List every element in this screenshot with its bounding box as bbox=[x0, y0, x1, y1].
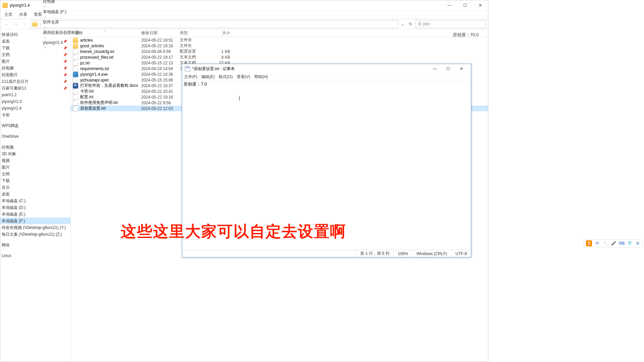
sidebar-item[interactable]: 本地磁盘 (E:) bbox=[0, 211, 70, 218]
file-name: 原创度设置.txt bbox=[80, 106, 106, 111]
chevron-right-icon: › bbox=[43, 15, 47, 19]
ime-settings-icon[interactable]: ⚙ bbox=[635, 241, 640, 246]
sidebar-item[interactable]: 卡密 bbox=[0, 112, 70, 118]
maximize-button[interactable]: ☐ bbox=[457, 0, 473, 10]
pin-icon: 📌 bbox=[63, 53, 67, 57]
sidebar-item[interactable]: 桌面 bbox=[0, 191, 70, 197]
ime-mic-icon[interactable]: 🎤 bbox=[611, 241, 616, 246]
status-encoding: UTF-8 bbox=[451, 250, 471, 257]
col-name[interactable]: 名称 bbox=[71, 30, 141, 36]
sidebar-item[interactable]: 图片 bbox=[0, 164, 70, 171]
breadcrumb-box[interactable]: › 此电脑›本地磁盘 (F:)›软件仓库›易用批量原创度检测›yiyongV1.… bbox=[31, 20, 398, 28]
file-icon bbox=[73, 100, 78, 106]
search-input[interactable]: 在 yiyo bbox=[416, 20, 486, 28]
sidebar-item[interactable]: 文档 bbox=[0, 171, 70, 177]
col-date[interactable]: 修改日期 bbox=[141, 30, 180, 36]
chevron-right-icon: › bbox=[38, 22, 42, 26]
breadcrumb-segment[interactable]: 本地磁盘 (F:) bbox=[43, 9, 79, 15]
sidebar-item[interactable]: 本地磁盘 (F:) bbox=[0, 218, 70, 224]
col-size[interactable]: 大小 bbox=[213, 30, 233, 36]
menu-format[interactable]: 格式(O) bbox=[219, 74, 232, 80]
pin-icon: 📌 bbox=[63, 60, 67, 63]
tab-home[interactable]: 主页 bbox=[4, 12, 12, 17]
sidebar-item[interactable]: 音乐 bbox=[0, 184, 70, 191]
sidebar-item[interactable]: 下载📌 bbox=[0, 45, 70, 51]
sidebar-item[interactable]: yiyongV1.4 bbox=[0, 105, 70, 112]
chevron-right-icon: › bbox=[43, 4, 47, 9]
menu-file[interactable]: 文件(F) bbox=[184, 74, 197, 80]
breadcrumb-segment[interactable]: 软件仓库 bbox=[43, 19, 79, 25]
pin-icon: 📌 bbox=[63, 46, 67, 50]
minimize-button[interactable]: — bbox=[428, 64, 441, 73]
menu-help[interactable]: 帮助(H) bbox=[254, 74, 268, 80]
file-date: 2024-04-24 14:04 bbox=[141, 66, 180, 71]
pin-icon: 📌 bbox=[63, 40, 67, 43]
ime-lang[interactable]: 中 bbox=[595, 241, 600, 246]
file-name: yizhuanapi.spec bbox=[80, 78, 109, 82]
ime-punct-icon[interactable]: °, bbox=[603, 241, 608, 246]
close-button[interactable]: ✕ bbox=[473, 0, 488, 10]
col-type[interactable]: 类型 bbox=[180, 30, 213, 36]
maximize-button[interactable]: ☐ bbox=[441, 64, 455, 73]
sidebar-item[interactable]: 封面图片📌 bbox=[0, 71, 70, 78]
forward-button[interactable]: → bbox=[12, 20, 20, 28]
back-button[interactable]: ← bbox=[2, 20, 10, 28]
pin-icon: 📌 bbox=[63, 66, 67, 70]
folder-icon bbox=[73, 38, 78, 43]
sidebar-item[interactable]: 此电脑📌 bbox=[0, 65, 70, 71]
column-headers[interactable]: 名称 修改日期 类型 大小 bbox=[71, 29, 488, 37]
notepad-titlebar[interactable]: *原创度设置.txt - 记事本 — ☐ ✕ bbox=[182, 64, 471, 73]
sidebar-item[interactable]: poeV1.2 bbox=[0, 92, 70, 98]
file-name: good_articles bbox=[80, 44, 104, 48]
sidebar-item[interactable]: 待发布视频 (\\Desktop-g8urs21) (Y:) bbox=[0, 224, 70, 231]
notepad-content: 原创度：7.0 bbox=[183, 81, 207, 86]
sidebar-item[interactable]: yiyongV1.3 bbox=[0, 98, 70, 105]
menu-view[interactable]: 查看(V) bbox=[237, 74, 250, 80]
dropdown-icon[interactable]: ⌄ bbox=[399, 21, 406, 27]
sidebar-item[interactable]: 111成片总分片📌 bbox=[0, 78, 70, 85]
close-button[interactable]: ✕ bbox=[455, 64, 468, 73]
sidebar-item[interactable]: 下载 bbox=[0, 177, 70, 184]
status-zoom: 100% bbox=[393, 250, 412, 257]
file-row[interactable]: processed_files.txt2024-05-22 19:17文本文档8… bbox=[71, 54, 488, 60]
minimize-button[interactable]: — bbox=[442, 0, 457, 10]
up-button[interactable]: ↑ bbox=[21, 20, 29, 28]
sidebar-item[interactable]: 本地磁盘 (C:) bbox=[0, 197, 70, 204]
folder-icon bbox=[73, 43, 78, 49]
pin-icon: 📌 bbox=[63, 86, 67, 90]
ime-skin-icon[interactable]: 👕 bbox=[627, 241, 632, 246]
sidebar-item[interactable]: 视频 bbox=[0, 157, 70, 164]
file-date: 2024-05-22 19:51 bbox=[141, 38, 180, 43]
file-type: 文件夹 bbox=[180, 37, 213, 43]
sidebar-item[interactable]: 文档📌 bbox=[0, 51, 70, 58]
sogou-icon[interactable]: S bbox=[586, 240, 592, 246]
sidebar-item[interactable]: 网络 bbox=[0, 242, 70, 248]
menu-edit[interactable]: 编辑(E) bbox=[201, 74, 215, 80]
sidebar-item[interactable]: 此电脑 bbox=[0, 144, 70, 150]
sidebar-item[interactable]: 桌面📌 bbox=[0, 38, 70, 45]
sidebar-item[interactable]: WPS网盘 bbox=[0, 122, 70, 129]
file-row[interactable]: livenet_cloudcfg.ini2024-05-08 8:59配置设置1… bbox=[71, 49, 488, 54]
ime-toolbar[interactable]: S 中 °, 🎤 ⌨ 👕 ⚙ bbox=[584, 239, 643, 247]
exe-icon bbox=[73, 72, 78, 77]
tab-view[interactable]: 查看 bbox=[34, 12, 42, 17]
file-row[interactable]: good_articles2024-05-22 19:16文件夹 bbox=[71, 43, 488, 49]
sidebar-item[interactable]: 快速访问 bbox=[0, 31, 70, 38]
ime-keyboard-icon[interactable]: ⌨ bbox=[619, 241, 624, 246]
sidebar-item[interactable]: 百家号素材11📌 bbox=[0, 85, 70, 92]
tab-share[interactable]: 共享 bbox=[19, 12, 27, 17]
search-placeholder: 在 yiyo bbox=[418, 21, 430, 27]
sidebar-item[interactable]: 每日文案 (\\Desktop-g8urs21) (Z:) bbox=[0, 231, 70, 238]
file-name: 配置.ini bbox=[80, 94, 93, 100]
file-date: 2024-05-08 8:59 bbox=[141, 49, 180, 54]
sidebar-item[interactable]: OneDrive bbox=[0, 133, 70, 140]
file-row[interactable]: articles2024-05-22 19:51文件夹 bbox=[71, 37, 488, 43]
file-type: 文本文档 bbox=[180, 54, 213, 60]
file-name: articles bbox=[80, 38, 93, 43]
sidebar-item[interactable]: 本地磁盘 (D:) bbox=[0, 204, 70, 211]
sidebar-item[interactable]: 3D 对象 bbox=[0, 150, 70, 157]
sidebar-item[interactable]: Linux bbox=[0, 252, 70, 259]
breadcrumb-segment[interactable]: 此电脑 bbox=[43, 0, 79, 4]
sidebar-item[interactable]: 图片📌 bbox=[0, 58, 70, 65]
refresh-icon[interactable]: ↻ bbox=[408, 21, 414, 27]
